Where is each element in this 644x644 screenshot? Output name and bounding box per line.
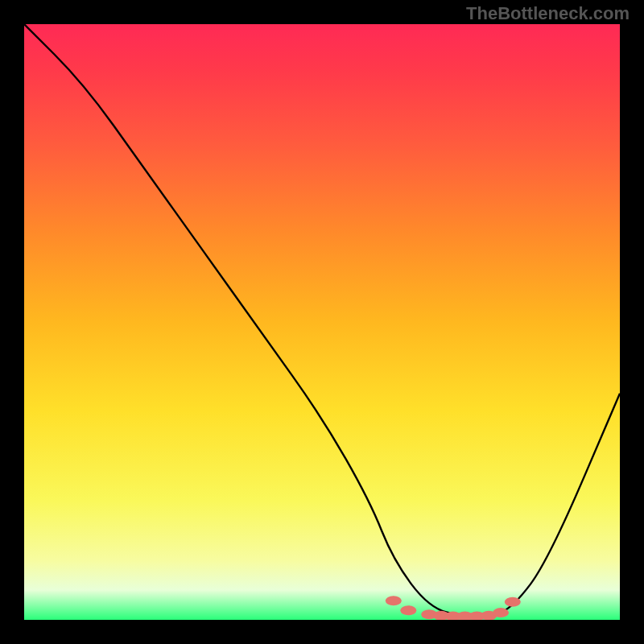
chart-svg — [24, 24, 620, 620]
bottleneck-curve — [24, 24, 620, 617]
marker-point — [400, 605, 416, 615]
marker-point — [505, 597, 521, 607]
marker-point — [493, 608, 509, 617]
marker-point — [386, 596, 402, 605]
highlight-markers — [386, 596, 521, 620]
attribution-text: TheBottleneck.com — [466, 3, 630, 24]
plot-area — [24, 24, 620, 620]
